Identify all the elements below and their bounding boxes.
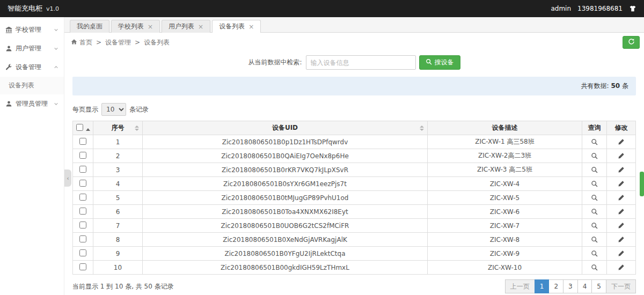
query-button[interactable] [589,165,600,174]
chevron-down-icon [54,27,58,32]
query-button[interactable] [589,193,600,202]
row-uid: Zic20180806501B0QAiEIg7OeNx8p6He [143,149,428,163]
data-count-value: 50 [611,82,620,90]
tab-device-list[interactable]: 设备列表 × [212,20,261,33]
close-icon[interactable]: × [148,24,153,30]
search-label: 从当前数据中检索: [248,58,302,67]
row-desc: ZIC-XW-1 高三58班 [428,135,582,149]
row-uid: Zic20180806501B0YFgU2IjRLektCtqa [143,247,428,261]
row-desc: ZIC-XW-5 [428,191,582,205]
row-uid: Zic20180806501B0tMJugGP89PvhU1od [143,191,428,205]
table-row: 3 Zic20180806501B0rKR7VKQ7kJLpXSvR ZIC-X… [73,163,636,177]
row-checkbox[interactable] [79,194,86,201]
row-index: 2 [93,149,143,163]
school-icon [5,26,12,33]
page-size-prefix: 每页显示 [72,105,98,114]
modify-button[interactable] [616,193,627,202]
row-checkbox[interactable] [79,166,86,173]
row-checkbox[interactable] [79,249,86,256]
query-button[interactable] [589,249,600,258]
table-header-row: 序号 设备UID 设备描述 查询 修改 [73,121,636,135]
modify-button[interactable] [616,137,627,146]
modify-button[interactable] [616,249,627,258]
header-index[interactable]: 序号 [93,121,143,135]
app-version: v1.0 [46,5,59,12]
breadcrumb: 首页 > 设备管理 > 设备列表 [64,33,644,52]
close-icon[interactable]: × [198,24,203,30]
row-checkbox[interactable] [79,222,86,228]
row-uid: Zic20180806501B0Toa4XNXMX62I8Eyt [143,205,428,219]
sidebar-item-admin-management[interactable]: 管理员管理 [0,94,64,113]
header-modify: 修改 [607,121,636,135]
table-row: 2 Zic20180806501B0QAiEIg7OeNx8p6He ZIC-X… [73,149,636,163]
query-button[interactable] [589,137,600,146]
query-button[interactable] [589,235,600,244]
header-desc: 设备描述 [428,121,582,135]
modify-button[interactable] [616,221,627,230]
query-button[interactable] [589,263,600,272]
record-range-info: 当前显示 1 到 10 条, 共 50 条记录 [72,282,174,291]
modify-button[interactable] [616,179,627,188]
query-button[interactable] [589,151,600,160]
breadcrumb-device-management[interactable]: 设备管理 [105,38,131,47]
sidebar-item-label: 用户管理 [16,44,50,53]
query-button[interactable] [589,207,600,216]
table-row: 1 Zic20180806501B0p1Dz1HTsDPfqwrdv ZIC-X… [73,135,636,149]
modify-button[interactable] [616,235,627,244]
data-count-label: 共有数据: [581,82,609,90]
search-device-button[interactable]: 搜设备 [419,55,460,70]
row-checkbox[interactable] [79,138,86,145]
row-index: 8 [93,233,143,247]
query-button[interactable] [589,179,600,188]
row-desc: ZIC-XW-6 [428,205,582,219]
page-button-1[interactable]: 1 [535,279,550,293]
row-checkbox[interactable] [79,180,86,187]
row-desc: ZIC-XW-10 [428,261,582,275]
tab-user-list[interactable]: 用户列表 × [162,20,210,33]
breadcrumb-sep: > [96,39,101,46]
sidebar-subitem-device-list[interactable]: 设备列表 [0,77,64,94]
row-checkbox[interactable] [79,152,86,159]
page-button-5[interactable]: 5 [591,279,606,293]
row-checkbox[interactable] [79,208,86,215]
search-input[interactable] [306,55,416,70]
device-table: 序号 设备UID 设备描述 查询 修改 1 Zic20180806501 [72,121,636,275]
page-button-3[interactable]: 3 [563,279,578,293]
header-query: 查询 [582,121,607,135]
table-row: 7 Zic20180806501B0UOB6G2tCS2fMCiFR ZIC-X… [73,219,636,233]
refresh-button[interactable] [623,36,640,49]
sidebar-item-device-management[interactable]: 设备管理 [0,58,64,77]
page-size-select[interactable]: 10 [101,103,126,116]
tab-school-list[interactable]: 学校列表 × [111,20,160,33]
row-desc: ZIC-XW-3 高二5班 [428,163,582,177]
prev-page-button[interactable]: 上一页 [505,279,535,293]
breadcrumb-sep: > [135,39,140,46]
row-checkbox[interactable] [79,235,86,242]
sidebar-item-user-management[interactable]: 用户管理 [0,39,64,58]
header-uid[interactable]: 设备UID [143,121,428,135]
modify-button[interactable] [616,151,627,160]
sidebar-item-label: 学校管理 [16,25,50,34]
breadcrumb-home[interactable]: 首页 [71,38,92,47]
next-page-button[interactable]: 下一页 [606,279,636,293]
row-uid: Zic20180806501B0sYXr6GM1eezPjs7t [143,177,428,191]
sidebar: 学校管理 用户管理 设备管理 设备列表 [0,17,64,295]
page-size-row: 每页显示 10 条记录 [72,103,636,116]
scrollbar-thumb[interactable] [640,172,644,196]
select-all-checkbox[interactable] [76,124,83,131]
page-button-4[interactable]: 4 [577,279,592,293]
modify-button[interactable] [616,207,627,216]
query-button[interactable] [589,221,600,230]
modify-button[interactable] [616,165,627,174]
sidebar-collapse-handle[interactable]: ‹ [64,169,71,187]
modify-button[interactable] [616,263,627,272]
tab-my-desktop[interactable]: 我的桌面 [70,20,109,33]
tabstrip: 我的桌面 学校列表 × 用户列表 × 设备列表 × [64,17,644,33]
close-icon[interactable]: × [248,24,254,30]
sidebar-item-school-management[interactable]: 学校管理 [0,20,64,39]
page-button-2[interactable]: 2 [548,279,564,293]
home-icon [71,39,77,47]
logout-icon[interactable] [629,5,636,12]
collapse-left-icon: ‹ [67,175,69,182]
row-checkbox[interactable] [79,263,86,270]
